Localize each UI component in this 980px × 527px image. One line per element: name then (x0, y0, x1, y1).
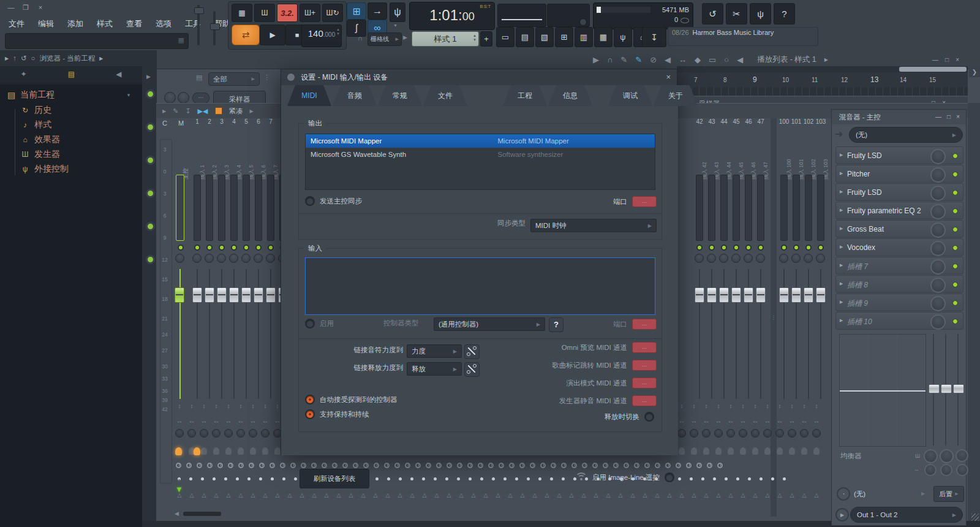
slot-arrow-icon[interactable]: ▶ (840, 153, 843, 157)
send-time-value[interactable]: (无) (854, 490, 865, 499)
midi-input-list[interactable] (305, 257, 655, 315)
mixer-strip[interactable]: 6 插入 6 (252, 118, 265, 517)
strip-fader[interactable] (816, 287, 826, 303)
browser-search-icon[interactable]: ○ (31, 55, 36, 62)
browser-tree-item[interactable]: Ш 发生器 (0, 147, 142, 162)
slot-enable-led[interactable] (952, 227, 958, 232)
transport-option-button[interactable]: Ш↻ (322, 4, 343, 22)
transport-option-button[interactable]: ▦ (232, 4, 252, 22)
strip-knob[interactable] (744, 254, 753, 263)
strip-knob[interactable] (241, 254, 251, 263)
pattern-add-button[interactable]: + (480, 31, 492, 47)
strip-knob[interactable] (791, 254, 801, 263)
browser-title-arrow[interactable]: ▶ (99, 56, 103, 61)
restore-icon[interactable]: ❐ (21, 4, 31, 12)
controller-help-button[interactable]: ? (549, 317, 564, 332)
strip1-fx-icon[interactable] (194, 447, 200, 455)
send-arrow-icon[interactable]: ▶ (921, 491, 925, 496)
settings-tab[interactable]: MIDI (287, 85, 331, 106)
multilink-icon[interactable]: ψ (390, 2, 405, 22)
slot-enable-led[interactable] (952, 319, 958, 324)
remote-radio[interactable] (665, 472, 674, 482)
strip-fader[interactable] (804, 287, 813, 303)
follow-arrow-toggle[interactable]: → (368, 2, 387, 20)
master-route-icon[interactable]: ▼ (175, 485, 183, 494)
strip-knob[interactable] (695, 254, 704, 263)
strip-led[interactable] (255, 245, 262, 251)
close-icon[interactable]: × (666, 69, 671, 85)
master-fx-icon[interactable] (175, 447, 182, 455)
playlist-title[interactable]: 播放列表 - 样式 1 (757, 55, 816, 65)
mixer-scroll-left-icon[interactable]: ◀ (175, 510, 179, 517)
mixer-hscrollbar[interactable] (183, 512, 221, 516)
strip-led[interactable] (733, 245, 739, 251)
settings-tab[interactable]: 关于 (654, 85, 698, 106)
hold-sustain-radio[interactable] (305, 409, 315, 419)
strip-fader[interactable] (756, 287, 766, 303)
strip-led[interactable] (268, 245, 274, 251)
mixer-color-icon[interactable] (215, 107, 222, 115)
browser-tree-item[interactable]: ψ 外接控制 (0, 162, 142, 176)
playlist-tool-icon[interactable]: ✎ (635, 55, 642, 64)
snap-selector[interactable]: 栅格线▶ (368, 32, 402, 46)
browser-tree-item[interactable]: ♪ 样式 (0, 118, 142, 132)
slot-mix-knob[interactable] (930, 296, 946, 311)
scroll-right-icon[interactable]: ❯ (969, 66, 980, 77)
eq-low-slider[interactable] (929, 384, 940, 393)
resize-grip[interactable] (971, 514, 979, 521)
midi-output-row[interactable]: Microsoft MIDI Mapper Microsoft MIDI Map… (306, 134, 655, 148)
slot-mix-knob[interactable] (930, 259, 946, 275)
tempo-spinner[interactable]: ▲▼ (336, 28, 340, 36)
strip-fader[interactable] (695, 287, 704, 303)
eq-freq-knob-1[interactable] (924, 449, 938, 463)
settings-tab[interactable]: 信息 (548, 85, 592, 106)
mixer-strip[interactable]: 47 插入 47 (755, 118, 767, 517)
fx-slot[interactable]: ▶ 插槽 9 (835, 294, 963, 311)
menu-item[interactable]: 选项 (156, 18, 172, 29)
strip-fader[interactable] (719, 287, 729, 303)
mixer-strip[interactable]: 44 插入 44 (718, 118, 730, 517)
master-strip[interactable]: 主控 (172, 118, 188, 517)
link-release-curve-icon[interactable] (464, 362, 480, 377)
strip-knob[interactable] (731, 254, 741, 263)
strip-led[interactable] (758, 245, 764, 251)
step-edit-toggle[interactable]: ⊞ (347, 2, 366, 20)
midi-channel-port[interactable]: ... (632, 360, 657, 371)
strip-fader[interactable] (791, 287, 801, 303)
tempo-display[interactable]: 140.000 ▲▼ (301, 25, 342, 47)
midi-output-list[interactable]: Microsoft MIDI Mapper Microsoft MIDI Map… (305, 134, 655, 190)
midi-channel-port[interactable]: ... (632, 377, 657, 389)
mixer-strip[interactable]: 4 插入 4 (228, 118, 240, 517)
eq-q-knob-1[interactable] (924, 464, 937, 476)
browser-header[interactable]: ▶ ↑ ↺ ○ 浏览器 - 当前工程 ▶ (0, 50, 142, 66)
strip-fader[interactable] (229, 287, 239, 303)
dialog-titlebar[interactable]: 设置 - MIDI 输入/输出 设备 × (281, 69, 677, 85)
strip-knob[interactable] (804, 254, 813, 263)
fx-slot[interactable]: ▶ Fruity LSD (835, 183, 963, 201)
slot-plugin-name[interactable]: Fruity LSD (847, 151, 882, 160)
strip-led[interactable] (219, 245, 225, 251)
mixer-strip[interactable]: 100 插入 100 (778, 118, 790, 517)
input-enable-radio[interactable] (305, 319, 315, 328)
window-toggle-button[interactable]: ▭ (496, 27, 514, 47)
slot-arrow-icon[interactable]: ▶ (840, 226, 843, 231)
menu-item[interactable]: 添加 (67, 18, 83, 29)
link-note-curve-icon[interactable] (464, 344, 480, 359)
toggle-release-radio[interactable] (644, 412, 654, 422)
close-icon[interactable]: × (956, 56, 959, 63)
slot-plugin-name[interactable]: 插槽 8 (847, 280, 868, 290)
playlist-tool-icon[interactable]: ⊘ (650, 55, 657, 64)
eq-q-knob-3[interactable] (956, 464, 968, 476)
mixer-layout-arrow[interactable]: ▶ (250, 108, 254, 114)
strip-knob[interactable] (779, 254, 788, 263)
mixer-input-selector[interactable]: (无)▶ (849, 127, 963, 143)
rack-knob[interactable] (164, 92, 176, 104)
strip-fader[interactable] (254, 287, 263, 303)
mixer-dock-icon[interactable]: ↧ (185, 107, 190, 115)
mixer-strip[interactable]: 103 插入 103 (815, 118, 827, 517)
mic-icon[interactable]: ψ (750, 3, 771, 25)
slot-arrow-icon[interactable]: ▶ (840, 189, 843, 194)
strip-led[interactable] (231, 245, 237, 251)
refresh-devices-button[interactable]: 刷新设备列表 (300, 469, 369, 488)
slot-mix-knob[interactable] (930, 278, 946, 293)
